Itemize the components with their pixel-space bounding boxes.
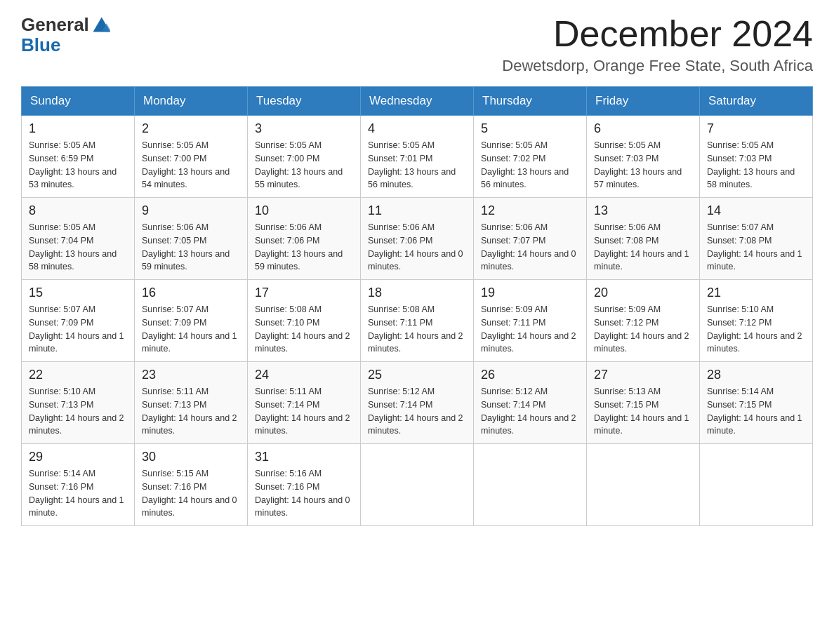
calendar-cell: 22 Sunrise: 5:10 AM Sunset: 7:13 PM Dayl… <box>22 362 135 444</box>
day-info: Sunrise: 5:06 AM Sunset: 7:07 PM Dayligh… <box>481 221 579 274</box>
calendar-cell: 9 Sunrise: 5:06 AM Sunset: 7:05 PM Dayli… <box>135 198 248 280</box>
calendar-cell: 2 Sunrise: 5:05 AM Sunset: 7:00 PM Dayli… <box>135 116 248 198</box>
day-info: Sunrise: 5:09 AM Sunset: 7:12 PM Dayligh… <box>594 303 692 356</box>
day-info: Sunrise: 5:05 AM Sunset: 6:59 PM Dayligh… <box>29 139 127 192</box>
calendar-cell: 11 Sunrise: 5:06 AM Sunset: 7:06 PM Dayl… <box>361 198 474 280</box>
calendar-cell: 5 Sunrise: 5:05 AM Sunset: 7:02 PM Dayli… <box>474 116 587 198</box>
day-info: Sunrise: 5:11 AM Sunset: 7:14 PM Dayligh… <box>255 385 353 438</box>
header-tuesday: Tuesday <box>248 87 361 116</box>
calendar-cell <box>474 444 587 526</box>
day-info: Sunrise: 5:13 AM Sunset: 7:15 PM Dayligh… <box>594 385 692 438</box>
day-info: Sunrise: 5:15 AM Sunset: 7:16 PM Dayligh… <box>142 467 240 520</box>
calendar-cell: 26 Sunrise: 5:12 AM Sunset: 7:14 PM Dayl… <box>474 362 587 444</box>
day-info: Sunrise: 5:10 AM Sunset: 7:13 PM Dayligh… <box>29 385 127 438</box>
page-header: General Blue December 2024 Dewetsdorp, O… <box>21 14 813 75</box>
day-info: Sunrise: 5:07 AM Sunset: 7:09 PM Dayligh… <box>29 303 127 356</box>
weekday-header-row: Sunday Monday Tuesday Wednesday Thursday… <box>22 87 813 116</box>
day-number: 13 <box>594 203 692 218</box>
logo-text-general: General <box>21 14 89 36</box>
calendar-week-row-5: 29 Sunrise: 5:14 AM Sunset: 7:16 PM Dayl… <box>22 444 813 526</box>
day-info: Sunrise: 5:16 AM Sunset: 7:16 PM Dayligh… <box>255 467 353 520</box>
calendar-cell: 17 Sunrise: 5:08 AM Sunset: 7:10 PM Dayl… <box>248 280 361 362</box>
calendar-cell: 13 Sunrise: 5:06 AM Sunset: 7:08 PM Dayl… <box>587 198 700 280</box>
day-number: 22 <box>29 368 127 382</box>
logo: General Blue <box>21 14 110 54</box>
logo-text-blue: Blue <box>21 36 60 54</box>
logo-icon <box>91 15 110 34</box>
calendar-cell: 28 Sunrise: 5:14 AM Sunset: 7:15 PM Dayl… <box>700 362 813 444</box>
day-number: 12 <box>481 203 579 218</box>
day-number: 6 <box>594 121 692 136</box>
calendar-cell: 21 Sunrise: 5:10 AM Sunset: 7:12 PM Dayl… <box>700 280 813 362</box>
calendar-cell: 3 Sunrise: 5:05 AM Sunset: 7:00 PM Dayli… <box>248 116 361 198</box>
calendar-cell: 1 Sunrise: 5:05 AM Sunset: 6:59 PM Dayli… <box>22 116 135 198</box>
day-number: 28 <box>707 368 805 382</box>
header-wednesday: Wednesday <box>361 87 474 116</box>
header-monday: Monday <box>135 87 248 116</box>
calendar-cell: 4 Sunrise: 5:05 AM Sunset: 7:01 PM Dayli… <box>361 116 474 198</box>
day-number: 23 <box>142 368 240 382</box>
calendar-cell: 19 Sunrise: 5:09 AM Sunset: 7:11 PM Dayl… <box>474 280 587 362</box>
day-number: 7 <box>707 121 805 136</box>
header-friday: Friday <box>587 87 700 116</box>
calendar-cell: 31 Sunrise: 5:16 AM Sunset: 7:16 PM Dayl… <box>248 444 361 526</box>
calendar-cell <box>587 444 700 526</box>
day-info: Sunrise: 5:14 AM Sunset: 7:15 PM Dayligh… <box>707 385 805 438</box>
calendar-table: Sunday Monday Tuesday Wednesday Thursday… <box>21 86 813 526</box>
calendar-cell: 12 Sunrise: 5:06 AM Sunset: 7:07 PM Dayl… <box>474 198 587 280</box>
day-number: 26 <box>481 368 579 382</box>
day-number: 2 <box>142 121 240 136</box>
title-area: December 2024 Dewetsdorp, Orange Free St… <box>502 14 813 75</box>
calendar-cell <box>361 444 474 526</box>
day-number: 18 <box>368 286 466 300</box>
day-info: Sunrise: 5:05 AM Sunset: 7:02 PM Dayligh… <box>481 139 579 192</box>
day-number: 20 <box>594 286 692 300</box>
calendar-cell: 30 Sunrise: 5:15 AM Sunset: 7:16 PM Dayl… <box>135 444 248 526</box>
calendar-week-row-1: 1 Sunrise: 5:05 AM Sunset: 6:59 PM Dayli… <box>22 116 813 198</box>
day-info: Sunrise: 5:10 AM Sunset: 7:12 PM Dayligh… <box>707 303 805 356</box>
header-sunday: Sunday <box>22 87 135 116</box>
day-number: 17 <box>255 286 353 300</box>
day-info: Sunrise: 5:05 AM Sunset: 7:03 PM Dayligh… <box>594 139 692 192</box>
day-number: 15 <box>29 286 127 300</box>
day-info: Sunrise: 5:14 AM Sunset: 7:16 PM Dayligh… <box>29 467 127 520</box>
day-number: 9 <box>142 203 240 218</box>
calendar-cell: 15 Sunrise: 5:07 AM Sunset: 7:09 PM Dayl… <box>22 280 135 362</box>
calendar-cell: 23 Sunrise: 5:11 AM Sunset: 7:13 PM Dayl… <box>135 362 248 444</box>
day-info: Sunrise: 5:12 AM Sunset: 7:14 PM Dayligh… <box>481 385 579 438</box>
day-number: 24 <box>255 368 353 382</box>
calendar-week-row-4: 22 Sunrise: 5:10 AM Sunset: 7:13 PM Dayl… <box>22 362 813 444</box>
day-info: Sunrise: 5:05 AM Sunset: 7:01 PM Dayligh… <box>368 139 466 192</box>
calendar-cell: 16 Sunrise: 5:07 AM Sunset: 7:09 PM Dayl… <box>135 280 248 362</box>
day-info: Sunrise: 5:12 AM Sunset: 7:14 PM Dayligh… <box>368 385 466 438</box>
calendar-cell: 6 Sunrise: 5:05 AM Sunset: 7:03 PM Dayli… <box>587 116 700 198</box>
calendar-cell: 18 Sunrise: 5:08 AM Sunset: 7:11 PM Dayl… <box>361 280 474 362</box>
calendar-cell: 27 Sunrise: 5:13 AM Sunset: 7:15 PM Dayl… <box>587 362 700 444</box>
calendar-week-row-3: 15 Sunrise: 5:07 AM Sunset: 7:09 PM Dayl… <box>22 280 813 362</box>
location-title: Dewetsdorp, Orange Free State, South Afr… <box>502 57 813 75</box>
day-number: 21 <box>707 286 805 300</box>
day-info: Sunrise: 5:08 AM Sunset: 7:10 PM Dayligh… <box>255 303 353 356</box>
month-title: December 2024 <box>502 14 813 54</box>
day-number: 4 <box>368 121 466 136</box>
calendar-cell: 24 Sunrise: 5:11 AM Sunset: 7:14 PM Dayl… <box>248 362 361 444</box>
day-info: Sunrise: 5:06 AM Sunset: 7:08 PM Dayligh… <box>594 221 692 274</box>
day-number: 3 <box>255 121 353 136</box>
calendar-cell: 7 Sunrise: 5:05 AM Sunset: 7:03 PM Dayli… <box>700 116 813 198</box>
calendar-cell: 8 Sunrise: 5:05 AM Sunset: 7:04 PM Dayli… <box>22 198 135 280</box>
day-info: Sunrise: 5:11 AM Sunset: 7:13 PM Dayligh… <box>142 385 240 438</box>
calendar-cell: 20 Sunrise: 5:09 AM Sunset: 7:12 PM Dayl… <box>587 280 700 362</box>
day-number: 8 <box>29 203 127 218</box>
day-number: 19 <box>481 286 579 300</box>
day-info: Sunrise: 5:06 AM Sunset: 7:06 PM Dayligh… <box>368 221 466 274</box>
day-info: Sunrise: 5:05 AM Sunset: 7:04 PM Dayligh… <box>29 221 127 274</box>
day-info: Sunrise: 5:05 AM Sunset: 7:03 PM Dayligh… <box>707 139 805 192</box>
calendar-cell <box>700 444 813 526</box>
calendar-cell: 14 Sunrise: 5:07 AM Sunset: 7:08 PM Dayl… <box>700 198 813 280</box>
day-number: 30 <box>142 450 240 464</box>
day-info: Sunrise: 5:06 AM Sunset: 7:05 PM Dayligh… <box>142 221 240 274</box>
header-thursday: Thursday <box>474 87 587 116</box>
calendar-cell: 10 Sunrise: 5:06 AM Sunset: 7:06 PM Dayl… <box>248 198 361 280</box>
day-info: Sunrise: 5:07 AM Sunset: 7:08 PM Dayligh… <box>707 221 805 274</box>
day-info: Sunrise: 5:09 AM Sunset: 7:11 PM Dayligh… <box>481 303 579 356</box>
